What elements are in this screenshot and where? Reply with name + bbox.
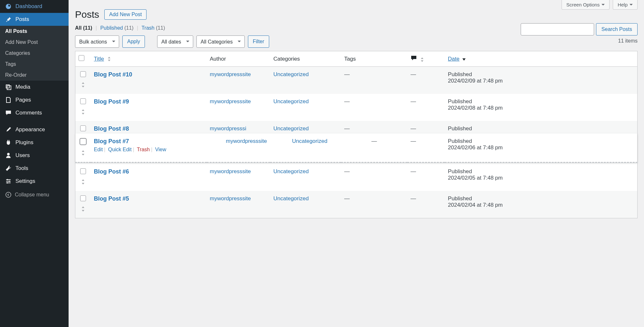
row-checkbox[interactable] bbox=[80, 138, 87, 145]
category-link[interactable]: Uncategorized bbox=[273, 168, 309, 174]
post-title-link[interactable]: Blog Post #8 bbox=[94, 125, 129, 132]
select-all-checkbox[interactable] bbox=[79, 55, 84, 61]
sort-icon bbox=[107, 56, 111, 62]
help-tab[interactable]: Help bbox=[613, 0, 638, 10]
date-cell: Published2024/02/09 at 7:48 pm bbox=[445, 67, 637, 94]
column-title[interactable]: Title bbox=[91, 51, 207, 67]
sidebar-item-pages[interactable]: Pages bbox=[0, 94, 69, 106]
post-title-link[interactable]: Blog Post #6 bbox=[94, 168, 129, 175]
category-link[interactable]: Uncategorized bbox=[292, 138, 327, 144]
comments-cell: — bbox=[411, 168, 416, 174]
sidebar-label: Posts bbox=[15, 16, 29, 23]
post-title-link[interactable]: Blog Post #7 bbox=[94, 138, 129, 144]
posts-table: Title Author Categories Tags Date bbox=[75, 51, 638, 218]
sidebar-item-media[interactable]: Media bbox=[0, 81, 69, 94]
caret-down-icon bbox=[601, 4, 605, 7]
screen-options-tab[interactable]: Screen Options bbox=[562, 0, 610, 10]
column-author: Author bbox=[207, 51, 270, 67]
date-cell: Published2024/02/08 at 7:48 pm bbox=[445, 94, 637, 121]
sidebar-label: Media bbox=[15, 84, 30, 90]
category-link[interactable]: Uncategorized bbox=[273, 195, 309, 202]
row-checkbox[interactable] bbox=[80, 168, 86, 174]
sidebar-item-comments[interactable]: Comments bbox=[0, 106, 69, 119]
wrench-icon bbox=[5, 165, 12, 172]
author-link[interactable]: mywordpresssite bbox=[210, 98, 251, 104]
row-checkbox[interactable] bbox=[80, 98, 86, 104]
tags-cell: — bbox=[344, 98, 350, 104]
post-title-link[interactable]: Blog Post #9 bbox=[94, 98, 129, 105]
row-checkbox[interactable] bbox=[80, 195, 86, 201]
drag-handle-icon[interactable] bbox=[79, 150, 88, 157]
filter-button[interactable]: Filter bbox=[248, 35, 269, 48]
author-link[interactable]: mywordpresssite bbox=[210, 71, 251, 77]
drag-handle-icon[interactable] bbox=[79, 109, 88, 116]
sidebar-item-tools[interactable]: Tools bbox=[0, 162, 69, 175]
dashboard-icon bbox=[5, 3, 12, 10]
svg-point-1 bbox=[9, 181, 10, 182]
comments-cell: — bbox=[411, 138, 416, 144]
quick-edit-link[interactable]: Quick Edit bbox=[108, 147, 132, 152]
drag-handle-icon[interactable] bbox=[79, 82, 88, 89]
table-row[interactable]: Blog Post #7 Edit| Quick Edit| Trash| Vi… bbox=[75, 134, 638, 163]
apply-button[interactable]: Apply bbox=[122, 35, 145, 48]
user-icon bbox=[5, 152, 12, 159]
sidebar-submenu-posts: All Posts Add New Post Categories Tags R… bbox=[0, 26, 69, 81]
author-link[interactable]: mywordpresssite bbox=[210, 195, 251, 202]
drag-handle-icon[interactable] bbox=[79, 179, 88, 186]
search-posts-button[interactable]: Search Posts bbox=[596, 23, 638, 35]
column-date[interactable]: Date bbox=[445, 51, 637, 67]
collapse-menu-button[interactable]: Collapse menu bbox=[0, 188, 69, 202]
author-link[interactable]: mywordpresssi bbox=[210, 125, 246, 132]
sidebar-label: Comments bbox=[15, 110, 42, 116]
sidebar-sub-all-posts[interactable]: All Posts bbox=[0, 26, 69, 37]
table-row: Blog Post #5 mywordpresssite Uncategoriz… bbox=[75, 191, 638, 218]
row-checkbox[interactable] bbox=[80, 71, 86, 77]
category-link[interactable]: Uncategorized bbox=[273, 98, 309, 104]
comments-cell: — bbox=[411, 71, 416, 77]
brush-icon bbox=[5, 126, 12, 133]
category-filter-select[interactable]: All Categories bbox=[196, 35, 245, 48]
search-box: Search Posts bbox=[521, 23, 638, 35]
comments-cell: — bbox=[411, 195, 416, 202]
view-link[interactable]: View bbox=[155, 147, 166, 152]
tags-cell: — bbox=[344, 71, 350, 77]
sidebar-item-settings[interactable]: Settings bbox=[0, 175, 69, 188]
row-checkbox[interactable] bbox=[80, 125, 86, 131]
column-comments[interactable] bbox=[407, 51, 445, 67]
edit-link[interactable]: Edit bbox=[94, 147, 103, 152]
sidebar-sub-categories[interactable]: Categories bbox=[0, 48, 69, 59]
post-title-link[interactable]: Blog Post #10 bbox=[94, 71, 132, 78]
comments-cell: — bbox=[411, 98, 416, 104]
category-link[interactable]: Uncategorized bbox=[273, 71, 309, 77]
bulk-actions-select[interactable]: Bulk actions bbox=[75, 35, 119, 48]
help-label: Help bbox=[618, 2, 628, 7]
sidebar-item-users[interactable]: Users bbox=[0, 149, 69, 162]
page-title: Posts bbox=[75, 9, 99, 20]
sidebar-sub-tags[interactable]: Tags bbox=[0, 59, 69, 70]
sort-icon bbox=[420, 56, 424, 63]
drag-handle-icon[interactable] bbox=[79, 206, 88, 213]
trash-link[interactable]: Trash bbox=[137, 147, 150, 152]
sidebar-item-plugins[interactable]: Plugins bbox=[0, 136, 69, 149]
sidebar-sub-add-new[interactable]: Add New Post bbox=[0, 37, 69, 48]
add-new-post-button[interactable]: Add New Post bbox=[104, 9, 147, 20]
date-cell: Published bbox=[445, 121, 637, 134]
svg-point-0 bbox=[7, 179, 8, 180]
sidebar-sub-reorder[interactable]: Re-Order bbox=[0, 70, 69, 81]
item-count: 11 items bbox=[618, 38, 638, 44]
column-tags: Tags bbox=[341, 51, 407, 67]
media-icon bbox=[5, 84, 12, 90]
sidebar-item-posts[interactable]: Posts bbox=[0, 13, 69, 26]
date-filter-select[interactable]: All dates bbox=[157, 35, 193, 48]
post-title-link[interactable]: Blog Post #5 bbox=[94, 195, 129, 202]
filter-trash-link[interactable]: Trash bbox=[141, 25, 154, 31]
author-link[interactable]: mywordpresssite bbox=[226, 138, 267, 144]
column-categories: Categories bbox=[270, 51, 341, 67]
sidebar-item-appearance[interactable]: Appearance bbox=[0, 123, 69, 136]
sidebar-item-dashboard[interactable]: Dashboard bbox=[0, 0, 69, 13]
filter-published-link[interactable]: Published bbox=[100, 25, 123, 31]
search-posts-input[interactable] bbox=[521, 23, 594, 35]
author-link[interactable]: mywordpresssite bbox=[210, 168, 251, 174]
filter-all-link[interactable]: All (11) bbox=[75, 25, 92, 31]
category-link[interactable]: Uncategorized bbox=[273, 125, 309, 132]
